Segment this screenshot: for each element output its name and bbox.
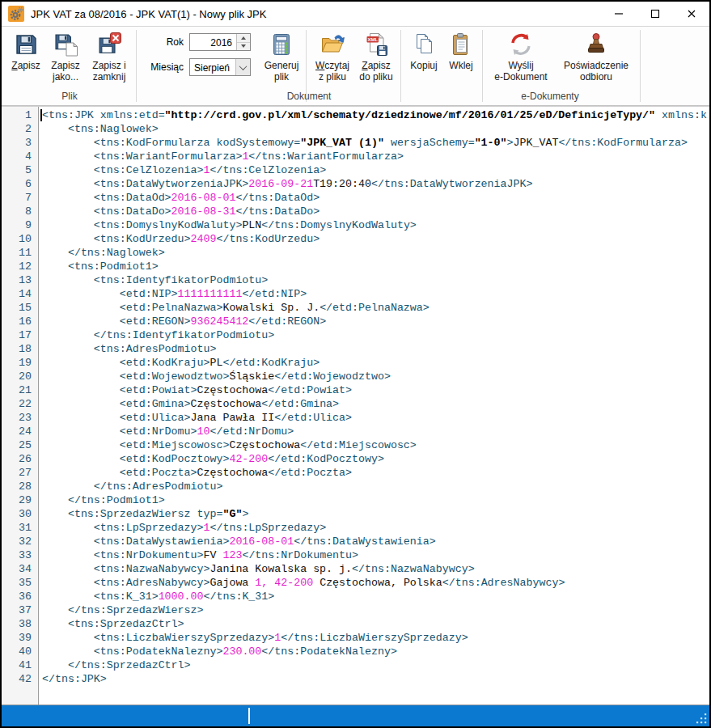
zapisz-jako-button[interactable]: Zapisz jako... [45, 29, 86, 83]
save-close-icon [96, 32, 122, 57]
send-edocument-icon [508, 32, 534, 57]
code-text: <tns:Podmiot1> [39, 260, 159, 273]
app-icon[interactable] [8, 6, 24, 22]
code-line: 25 <etd:Miejscowosc>Częstochowa</etd:Mie… [2, 438, 709, 452]
zapisz-do-pliku-button[interactable]: XML Zapisz do pliku [355, 29, 397, 83]
code-text: <etd:PelnaNazwa>Kowalski Sp. J.</etd:Pel… [39, 301, 430, 315]
close-button[interactable] [673, 2, 709, 26]
line-number: 21 [2, 383, 39, 397]
line-number: 30 [2, 507, 39, 521]
wczytaj-z-pliku-button[interactable]: Wczytaj z pliku [310, 29, 355, 83]
line-number: 34 [2, 562, 39, 576]
minimize-button[interactable] [600, 2, 637, 26]
xml-file-save-icon: XML [363, 32, 389, 57]
code-text: <tns:SprzedazWiersz typ="G"> [39, 507, 248, 521]
code-text: <tns:WariantFormularza>1</tns:WariantFor… [39, 150, 404, 163]
line-number: 22 [2, 397, 39, 411]
kopiuj-button[interactable]: Kopiuj [404, 29, 443, 71]
code-area: 1<tns:JPK xmlns:etd="http://crd.gov.pl/x… [2, 107, 709, 686]
code-line: 14 <etd:NIP>1111111111</etd:NIP> [2, 287, 709, 301]
code-line: 23 <etd:Ulica>Jana Pawła II</etd:Ulica> [2, 411, 709, 425]
resize-grip[interactable] [696, 713, 707, 724]
code-text: <tns:KodUrzedu>2409</tns:KodUrzedu> [39, 232, 320, 246]
stamp-icon [583, 32, 609, 57]
code-line: 7 <tns:DataOd>2016-08-01</tns:DataOd> [2, 191, 709, 205]
minimize-icon [614, 9, 624, 19]
line-number: 26 [2, 452, 39, 466]
code-text: <etd:NrDomu>10</etd:NrDomu> [39, 425, 294, 438]
code-text: </tns:Naglowek> [39, 246, 165, 260]
group-label-plik: Plik [61, 91, 77, 102]
button-label: Zapisz [11, 60, 40, 71]
line-number: 13 [2, 273, 39, 287]
code-line: 13 <tns:IdentyfikatorPodmiotu> [2, 273, 709, 287]
code-line: 30 <tns:SprzedazWiersz typ="G"> [2, 507, 709, 521]
zapisz-i-zamknij-button[interactable]: Zapisz i zamknij [86, 29, 133, 83]
zapisz-button[interactable]: Zapisz [6, 29, 45, 71]
save-as-icon [53, 32, 78, 57]
code-line: 24 <etd:NrDomu>10</etd:NrDomu> [2, 425, 709, 438]
line-number: 40 [2, 645, 39, 658]
code-line: 10 <tns:KodUrzedu>2409</tns:KodUrzedu> [2, 232, 709, 246]
line-number: 31 [2, 521, 39, 535]
code-text: </tns:JPK> [39, 672, 107, 686]
window-controls [600, 2, 709, 26]
line-number: 3 [2, 136, 39, 150]
code-line: 32 <tns:DataWystawienia>2016-08-01</tns:… [2, 535, 709, 548]
rok-input[interactable]: 2016 [189, 33, 251, 51]
line-number: 18 [2, 342, 39, 356]
miesiac-value: Sierpień [190, 59, 235, 75]
copy-icon [411, 32, 437, 57]
button-label: Wklej [449, 60, 472, 71]
generuj-plik-button[interactable]: Generuj plik [260, 29, 303, 83]
line-number: 17 [2, 328, 39, 342]
chevron-up-icon [241, 36, 246, 40]
paste-icon [448, 32, 474, 57]
button-label: Zapisz i zamknij [92, 60, 125, 83]
button-label: Wyślij e-Dokument [494, 60, 547, 83]
code-text: <etd:Poczta>Częstochowa</etd:Poczta> [39, 466, 352, 480]
code-text: <tns:NrDokumentu>FV 123</tns:NrDokumentu… [39, 548, 358, 562]
code-text: <tns:DomyslnyKodWaluty>PLN</tns:Domyslny… [39, 218, 417, 232]
code-line: 29 </tns:Podmiot1> [2, 493, 709, 507]
rok-label: Rok [145, 36, 184, 48]
wyslij-edokument-button[interactable]: Wyślij e-Dokument [486, 29, 556, 83]
line-number: 12 [2, 260, 39, 273]
xml-editor[interactable]: 1<tns:JPK xmlns:etd="http://crd.gov.pl/x… [2, 106, 709, 705]
code-text: <etd:KodKraju>PL</etd:KodKraju> [39, 356, 320, 370]
code-text: <tns:DataWystawienia>2016-08-01</tns:Dat… [39, 535, 436, 548]
code-text: <etd:Gmina>Częstochowa</etd:Gmina> [39, 397, 339, 411]
rok-spinner [236, 34, 250, 50]
miesiac-select[interactable]: Sierpień [189, 58, 251, 76]
code-text: <tns:AdresNabywcy>Gajowa 1, 42-200 Częst… [39, 576, 565, 590]
wklej-button[interactable]: Wklej [443, 29, 479, 71]
line-number: 1 [2, 108, 39, 122]
code-line: 15 <etd:PelnaNazwa>Kowalski Sp. J.</etd:… [2, 301, 709, 315]
code-line: 28 </tns:AdresPodmiotu> [2, 480, 709, 493]
code-text: <tns:CelZlozenia>1</tns:CelZlozenia> [39, 163, 326, 177]
svg-text:XML: XML [367, 37, 378, 42]
line-number: 9 [2, 218, 39, 232]
group-label-dokument: Dokument [287, 91, 332, 102]
group-separator [482, 30, 483, 102]
chevron-down-icon [241, 44, 246, 48]
line-number: 35 [2, 576, 39, 590]
spin-down-button[interactable] [237, 42, 250, 51]
code-text: <tns:JPK xmlns:etd="http://crd.gov.pl/xm… [39, 108, 707, 122]
code-text: <etd:KodPocztowy>42-200</etd:KodPocztowy… [39, 452, 384, 466]
code-line: 9 <tns:DomyslnyKodWaluty>PLN</tns:Domysl… [2, 218, 709, 232]
code-text: <tns:DataWytworzeniaJPK>2016-09-21T19:20… [39, 177, 532, 191]
poswiadczenie-odbioru-button[interactable]: Poświadczenie odbioru [556, 29, 637, 83]
rok-value: 2016 [190, 34, 236, 50]
app-window: JPK VAT za 08/2016 - JPK VAT(1) - Nowy p… [0, 0, 711, 728]
group-separator [400, 30, 401, 102]
maximize-button[interactable] [637, 2, 673, 26]
line-number: 41 [2, 658, 39, 672]
code-line: 26 <etd:KodPocztowy>42-200</etd:KodPoczt… [2, 452, 709, 466]
code-line: 12 <tns:Podmiot1> [2, 260, 709, 273]
code-text: <tns:SprzedazCtrl> [39, 617, 184, 631]
code-line: 41 </tns:SprzedazCtrl> [2, 658, 709, 672]
button-label: Zapisz do pliku [359, 60, 392, 83]
dropdown-button[interactable] [235, 59, 250, 75]
spin-up-button[interactable] [237, 34, 250, 42]
